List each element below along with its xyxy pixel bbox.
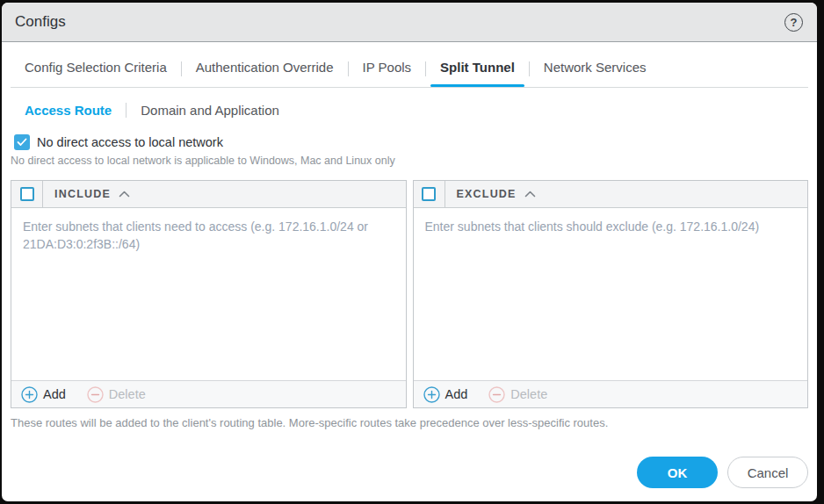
tab-network-services[interactable]: Network Services: [530, 60, 661, 87]
include-column-header[interactable]: INCLUDE: [54, 188, 111, 200]
exclude-panel: EXCLUDE Enter subnets that clients shoul…: [413, 180, 809, 408]
dialog-actions: OK Cancel: [11, 457, 808, 488]
exclude-panel-footer: Add Delete: [414, 380, 808, 407]
include-panel-header: INCLUDE: [11, 181, 406, 208]
minus-circle-icon: [488, 386, 505, 403]
no-direct-access-helper-text: No direct access to local network is app…: [11, 155, 808, 167]
exclude-add-label: Add: [445, 387, 468, 401]
cancel-button[interactable]: Cancel: [727, 457, 808, 488]
include-panel-footer: Add Delete: [11, 380, 406, 407]
exclude-panel-header: EXCLUDE: [414, 181, 808, 208]
exclude-select-all-cell: [414, 181, 445, 207]
exclude-add-button[interactable]: Add: [423, 386, 468, 403]
dialog-content: Config Selection Criteria Authentication…: [2, 42, 817, 488]
tab-config-selection-criteria[interactable]: Config Selection Criteria: [11, 60, 181, 87]
sort-ascending-icon[interactable]: [524, 191, 536, 198]
include-add-button[interactable]: Add: [21, 386, 66, 403]
exclude-table-body[interactable]: Enter subnets that clients should exclud…: [414, 208, 808, 380]
dialog-title: Configs: [15, 13, 66, 31]
subtab-bar: Access Route Domain and Application: [11, 103, 808, 118]
route-panels: INCLUDE Enter subnets that clients need …: [11, 180, 808, 408]
tab-split-tunnel[interactable]: Split Tunnel: [426, 60, 529, 87]
routes-footer-note: These routes will be added to the client…: [11, 416, 808, 429]
sort-ascending-icon[interactable]: [119, 191, 130, 198]
tab-bar: Config Selection Criteria Authentication…: [11, 42, 808, 88]
configs-dialog: Configs ? Config Selection Criteria Auth…: [2, 3, 817, 501]
dialog-titlebar: Configs ?: [2, 3, 817, 42]
subtab-domain-and-application[interactable]: Domain and Application: [126, 103, 293, 118]
exclude-column-header[interactable]: EXCLUDE: [457, 188, 517, 200]
include-table-body[interactable]: Enter subnets that clients need to acces…: [11, 208, 406, 380]
plus-circle-icon: [21, 386, 38, 403]
include-delete-label: Delete: [109, 387, 146, 401]
tab-ip-pools[interactable]: IP Pools: [349, 60, 426, 87]
checkmark-icon: [17, 138, 27, 147]
include-select-all-checkbox[interactable]: [20, 187, 34, 201]
no-direct-access-label: No direct access to local network: [37, 135, 223, 149]
exclude-placeholder-text: Enter subnets that clients should exclud…: [425, 218, 797, 235]
exclude-select-all-checkbox[interactable]: [422, 187, 436, 201]
ok-button[interactable]: OK: [637, 457, 718, 488]
include-placeholder-text: Enter subnets that clients need to acces…: [23, 218, 394, 254]
help-icon[interactable]: ?: [784, 13, 803, 32]
include-select-all-cell: [11, 181, 43, 207]
exclude-delete-label: Delete: [510, 387, 547, 401]
subtab-access-route[interactable]: Access Route: [11, 103, 126, 118]
plus-circle-icon: [423, 386, 440, 403]
minus-circle-icon: [87, 386, 104, 403]
include-delete-button[interactable]: Delete: [87, 386, 146, 403]
include-panel: INCLUDE Enter subnets that clients need …: [11, 180, 407, 408]
tab-authentication-override[interactable]: Authentication Override: [182, 60, 348, 87]
exclude-delete-button[interactable]: Delete: [488, 386, 547, 403]
no-direct-access-checkbox[interactable]: [14, 134, 30, 150]
no-direct-access-row: No direct access to local network: [11, 134, 808, 150]
include-add-label: Add: [43, 387, 66, 401]
